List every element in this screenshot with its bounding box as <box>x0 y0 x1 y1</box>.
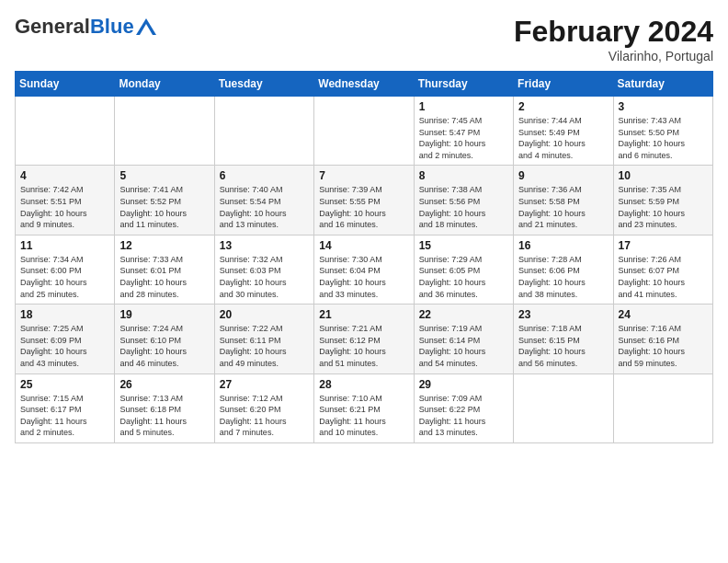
day-number: 28 <box>319 378 408 391</box>
calendar-day-17: 17Sunrise: 7:26 AMSunset: 6:07 PMDayligh… <box>613 235 712 304</box>
day-info: Sunrise: 7:41 AMSunset: 5:52 PMDaylight:… <box>119 184 209 230</box>
day-number: 2 <box>518 100 608 113</box>
logo: General Blue <box>15 15 156 39</box>
day-number: 19 <box>119 308 209 321</box>
day-info: Sunrise: 7:21 AMSunset: 6:12 PMDaylight:… <box>319 323 408 369</box>
calendar-week-row: 11Sunrise: 7:34 AMSunset: 6:00 PMDayligh… <box>16 235 713 304</box>
calendar-empty-cell <box>514 373 613 442</box>
day-info: Sunrise: 7:25 AMSunset: 6:09 PMDaylight:… <box>20 323 109 369</box>
calendar-empty-cell <box>613 373 712 442</box>
day-info: Sunrise: 7:42 AMSunset: 5:51 PMDaylight:… <box>20 184 109 230</box>
day-number: 6 <box>220 169 309 182</box>
day-number: 16 <box>518 239 608 252</box>
day-number: 3 <box>619 100 708 113</box>
day-number: 8 <box>419 169 508 182</box>
day-info: Sunrise: 7:15 AMSunset: 6:17 PMDaylight:… <box>20 393 109 439</box>
calendar-day-19: 19Sunrise: 7:24 AMSunset: 6:10 PMDayligh… <box>115 304 214 373</box>
day-number: 26 <box>119 378 209 391</box>
calendar-day-21: 21Sunrise: 7:21 AMSunset: 6:12 PMDayligh… <box>314 304 414 373</box>
day-of-week-tuesday: Tuesday <box>214 72 313 97</box>
day-info: Sunrise: 7:39 AMSunset: 5:55 PMDaylight:… <box>319 184 408 230</box>
day-info: Sunrise: 7:43 AMSunset: 5:50 PMDaylight:… <box>619 115 708 161</box>
day-info: Sunrise: 7:38 AMSunset: 5:56 PMDaylight:… <box>419 184 508 230</box>
calendar-week-row: 1Sunrise: 7:45 AMSunset: 5:47 PMDaylight… <box>16 97 713 166</box>
day-info: Sunrise: 7:35 AMSunset: 5:59 PMDaylight:… <box>619 184 708 230</box>
day-of-week-monday: Monday <box>115 72 214 97</box>
day-info: Sunrise: 7:30 AMSunset: 6:04 PMDaylight:… <box>319 254 408 300</box>
title-block: February 2024 Vilarinho, Portugal <box>514 15 713 63</box>
day-info: Sunrise: 7:26 AMSunset: 6:07 PMDaylight:… <box>619 254 708 300</box>
day-info: Sunrise: 7:24 AMSunset: 6:10 PMDaylight:… <box>119 323 209 369</box>
calendar-day-8: 8Sunrise: 7:38 AMSunset: 5:56 PMDaylight… <box>414 166 513 235</box>
calendar-day-3: 3Sunrise: 7:43 AMSunset: 5:50 PMDaylight… <box>613 97 712 166</box>
day-number: 23 <box>518 308 608 321</box>
calendar-day-23: 23Sunrise: 7:18 AMSunset: 6:15 PMDayligh… <box>514 304 613 373</box>
day-number: 20 <box>220 308 309 321</box>
day-number: 11 <box>20 239 109 252</box>
logo-text: General Blue <box>15 15 156 39</box>
day-info: Sunrise: 7:29 AMSunset: 6:05 PMDaylight:… <box>419 254 508 300</box>
day-info: Sunrise: 7:09 AMSunset: 6:22 PMDaylight:… <box>419 393 508 439</box>
calendar-day-2: 2Sunrise: 7:44 AMSunset: 5:49 PMDaylight… <box>514 97 613 166</box>
day-number: 10 <box>619 169 708 182</box>
calendar-day-22: 22Sunrise: 7:19 AMSunset: 6:14 PMDayligh… <box>414 304 513 373</box>
day-number: 14 <box>319 239 408 252</box>
calendar-empty-cell <box>115 97 214 166</box>
calendar-empty-cell <box>214 97 313 166</box>
day-number: 17 <box>619 239 708 252</box>
calendar-empty-cell <box>314 97 414 166</box>
day-number: 24 <box>619 308 708 321</box>
calendar-day-15: 15Sunrise: 7:29 AMSunset: 6:05 PMDayligh… <box>414 235 513 304</box>
calendar-header-row: SundayMondayTuesdayWednesdayThursdayFrid… <box>16 72 713 97</box>
day-info: Sunrise: 7:33 AMSunset: 6:01 PMDaylight:… <box>119 254 209 300</box>
day-of-week-sunday: Sunday <box>16 72 115 97</box>
calendar-day-5: 5Sunrise: 7:41 AMSunset: 5:52 PMDaylight… <box>115 166 214 235</box>
day-of-week-friday: Friday <box>514 72 613 97</box>
day-info: Sunrise: 7:22 AMSunset: 6:11 PMDaylight:… <box>220 323 309 369</box>
page-header: General Blue February 2024 Vilarinho, Po… <box>15 15 713 63</box>
day-of-week-saturday: Saturday <box>613 72 712 97</box>
calendar-day-11: 11Sunrise: 7:34 AMSunset: 6:00 PMDayligh… <box>16 235 115 304</box>
calendar-day-13: 13Sunrise: 7:32 AMSunset: 6:03 PMDayligh… <box>214 235 313 304</box>
day-number: 1 <box>419 100 508 113</box>
day-info: Sunrise: 7:44 AMSunset: 5:49 PMDaylight:… <box>518 115 608 161</box>
calendar-table: SundayMondayTuesdayWednesdayThursdayFrid… <box>15 71 713 443</box>
logo-blue: Blue <box>90 15 134 39</box>
logo-icon <box>136 18 156 35</box>
day-info: Sunrise: 7:16 AMSunset: 6:16 PMDaylight:… <box>619 323 708 369</box>
day-info: Sunrise: 7:12 AMSunset: 6:20 PMDaylight:… <box>220 393 309 439</box>
day-number: 22 <box>419 308 508 321</box>
day-info: Sunrise: 7:13 AMSunset: 6:18 PMDaylight:… <box>119 393 209 439</box>
calendar-day-14: 14Sunrise: 7:30 AMSunset: 6:04 PMDayligh… <box>314 235 414 304</box>
day-number: 15 <box>419 239 508 252</box>
day-number: 25 <box>20 378 109 391</box>
day-number: 18 <box>20 308 109 321</box>
day-number: 5 <box>119 169 209 182</box>
day-of-week-thursday: Thursday <box>414 72 513 97</box>
day-info: Sunrise: 7:40 AMSunset: 5:54 PMDaylight:… <box>220 184 309 230</box>
main-title: February 2024 <box>514 15 713 49</box>
calendar-day-4: 4Sunrise: 7:42 AMSunset: 5:51 PMDaylight… <box>16 166 115 235</box>
day-info: Sunrise: 7:18 AMSunset: 6:15 PMDaylight:… <box>518 323 608 369</box>
subtitle: Vilarinho, Portugal <box>514 49 713 63</box>
calendar-day-7: 7Sunrise: 7:39 AMSunset: 5:55 PMDaylight… <box>314 166 414 235</box>
day-number: 9 <box>518 169 608 182</box>
logo-general: General <box>15 15 90 39</box>
calendar-day-27: 27Sunrise: 7:12 AMSunset: 6:20 PMDayligh… <box>214 373 313 442</box>
day-number: 7 <box>319 169 408 182</box>
day-info: Sunrise: 7:45 AMSunset: 5:47 PMDaylight:… <box>419 115 508 161</box>
calendar-day-29: 29Sunrise: 7:09 AMSunset: 6:22 PMDayligh… <box>414 373 513 442</box>
day-number: 12 <box>119 239 209 252</box>
calendar-day-16: 16Sunrise: 7:28 AMSunset: 6:06 PMDayligh… <box>514 235 613 304</box>
calendar-day-24: 24Sunrise: 7:16 AMSunset: 6:16 PMDayligh… <box>613 304 712 373</box>
day-number: 29 <box>419 378 508 391</box>
calendar-day-10: 10Sunrise: 7:35 AMSunset: 5:59 PMDayligh… <box>613 166 712 235</box>
day-info: Sunrise: 7:28 AMSunset: 6:06 PMDaylight:… <box>518 254 608 300</box>
calendar-day-25: 25Sunrise: 7:15 AMSunset: 6:17 PMDayligh… <box>16 373 115 442</box>
calendar-empty-cell <box>16 97 115 166</box>
calendar-day-18: 18Sunrise: 7:25 AMSunset: 6:09 PMDayligh… <box>16 304 115 373</box>
day-number: 27 <box>220 378 309 391</box>
calendar-day-9: 9Sunrise: 7:36 AMSunset: 5:58 PMDaylight… <box>514 166 613 235</box>
day-number: 21 <box>319 308 408 321</box>
day-number: 13 <box>220 239 309 252</box>
